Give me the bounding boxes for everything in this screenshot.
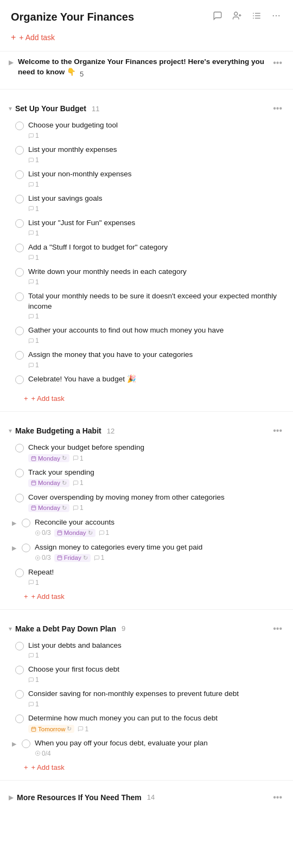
- task-comment-t7: 1: [28, 278, 39, 286]
- task-checkbox-d1[interactable]: [15, 642, 24, 650]
- task-content-t4: List your savings goals 1: [28, 194, 284, 213]
- date-text-h3: Monday: [38, 505, 60, 511]
- task-comment-h1: 1: [73, 455, 84, 462]
- more-icon[interactable]: [270, 10, 282, 24]
- task-item: List your monthly expenses 1: [0, 142, 293, 167]
- task-content-h3: Cover overspending by moving money from …: [28, 493, 284, 512]
- repeat-icon-h5: ↻: [83, 554, 88, 561]
- comment-icon[interactable]: [212, 10, 224, 24]
- add-task-set-up-budget[interactable]: + + Add task: [0, 391, 293, 406]
- more-resources-title: More Resources If You Need Them: [17, 793, 142, 802]
- task-checkbox-h4[interactable]: [22, 519, 30, 527]
- task-comment-d2: 1: [28, 676, 39, 684]
- task-meta-t10: 1: [28, 361, 284, 369]
- task-comment-t4: 1: [28, 205, 39, 213]
- expand-chevron-h5[interactable]: ▶: [12, 545, 17, 552]
- section-chevron-debt[interactable]: ▾: [9, 625, 12, 633]
- svg-point-9: [273, 15, 274, 16]
- svg-rect-34: [58, 556, 62, 560]
- task-meta-t5: 1: [28, 229, 284, 237]
- task-checkbox-h6[interactable]: [15, 569, 24, 577]
- task-item: Gather your accounts to find out how muc…: [0, 323, 293, 347]
- date-text-h1: Monday: [38, 455, 60, 462]
- add-task-debt[interactable]: + + Add task: [0, 760, 293, 775]
- task-checkbox-d3[interactable]: [15, 690, 24, 699]
- task-checkbox-d2[interactable]: [15, 666, 24, 674]
- task-checkbox-t2[interactable]: [15, 146, 24, 155]
- task-checkbox-t5[interactable]: [15, 219, 24, 228]
- task-title-d1: List your debts and balances: [28, 641, 284, 651]
- task-title-h5: Assign money to categories every time yo…: [35, 542, 284, 553]
- task-title-h2: Track your spending: [28, 468, 284, 478]
- section-chevron-set-up-budget[interactable]: ▾: [9, 105, 12, 112]
- section-more-debt[interactable]: •••: [271, 623, 284, 635]
- task-comment-t1: 1: [28, 132, 39, 139]
- section-header-debt-left: ▾ Make a Debt Pay Down Plan 9: [9, 624, 125, 633]
- task-checkbox-t3[interactable]: [15, 170, 24, 179]
- welcome-chevron-icon[interactable]: ▶: [9, 59, 14, 66]
- section-chevron-habit[interactable]: ▾: [9, 427, 12, 435]
- task-meta-d5: 0/4: [35, 750, 284, 757]
- task-title-t4: List your savings goals: [28, 194, 284, 204]
- subtask-h5: 0/3: [35, 554, 51, 561]
- sort-icon[interactable]: [251, 10, 263, 24]
- task-content-t7: Write down your monthly needs in each ca…: [28, 267, 284, 286]
- date-text-h4: Monday: [64, 529, 86, 536]
- svg-rect-12: [31, 456, 36, 461]
- task-checkbox-t9[interactable]: [15, 327, 24, 335]
- more-resources-count: 14: [147, 793, 155, 801]
- task-checkbox-t7[interactable]: [15, 268, 24, 277]
- task-checkbox-t8[interactable]: [15, 292, 24, 301]
- welcome-more-icon[interactable]: •••: [271, 57, 284, 69]
- person-add-icon[interactable]: [231, 10, 243, 24]
- task-checkbox-h1[interactable]: [15, 444, 24, 452]
- task-checkbox-t10[interactable]: [15, 351, 24, 360]
- task-item: List your savings goals 1: [0, 191, 293, 215]
- add-task-top[interactable]: + + Add task: [0, 29, 293, 51]
- expand-chevron-d5[interactable]: ▶: [12, 741, 17, 748]
- task-title-t9: Gather your accounts to find out how muc…: [28, 326, 284, 336]
- welcome-text: Welcome to the Organize Your Finances pr…: [18, 58, 264, 76]
- task-checkbox-t6[interactable]: [15, 244, 24, 252]
- task-checkbox-d4[interactable]: [15, 714, 24, 723]
- task-meta-t6: 1: [28, 254, 284, 261]
- task-checkbox-h2[interactable]: [15, 469, 24, 477]
- section-count-debt: 9: [122, 624, 125, 633]
- task-checkbox-t11[interactable]: [15, 375, 24, 384]
- task-comment-d1: 1: [28, 652, 39, 659]
- more-resources-more-icon[interactable]: •••: [271, 792, 284, 803]
- date-badge-h4: Monday ↻: [54, 529, 95, 537]
- svg-rect-16: [31, 481, 36, 486]
- task-checkbox-d5[interactable]: [22, 739, 30, 748]
- section-more-set-up-budget[interactable]: •••: [271, 103, 284, 114]
- section-count-habit: 12: [107, 427, 114, 435]
- task-title-t5: List your "Just for Fun" expenses: [28, 218, 284, 228]
- task-checkbox-h3[interactable]: [15, 494, 24, 502]
- add-task-habit[interactable]: + + Add task: [0, 589, 293, 604]
- task-title-t2: List your monthly expenses: [28, 145, 284, 155]
- task-item: Determine how much money you can put to …: [0, 711, 293, 736]
- task-meta-h2: Monday ↻ 1: [28, 479, 284, 487]
- repeat-icon-h3: ↻: [62, 505, 67, 512]
- header: Organize Your Finances: [0, 0, 293, 29]
- plus-icon-set-up-budget: +: [24, 394, 28, 403]
- section-more-habit[interactable]: •••: [271, 425, 284, 437]
- task-content-h1: Check your budget before spending Monday…: [28, 443, 284, 462]
- date-text-h2: Monday: [38, 480, 60, 486]
- expand-chevron-h4[interactable]: ▶: [12, 520, 17, 527]
- section-header-set-up-budget: ▾ Set Up Your Budget 11 •••: [0, 99, 293, 118]
- task-content-h4: Reconcile your accounts 0/3 Monday ↻ 1: [35, 518, 284, 537]
- more-resources-chevron[interactable]: ▶: [9, 794, 14, 801]
- task-title-d5: When you pay off your focus debt, evalua…: [35, 738, 284, 749]
- task-content-h6: Repeat! 1: [28, 567, 284, 586]
- task-item: Repeat! 1: [0, 565, 293, 589]
- task-comment-t3: 1: [28, 181, 39, 188]
- section-make-budgeting-habit: ▾ Make Budgeting a Habit 12 ••• Check yo…: [0, 422, 293, 603]
- task-checkbox-h5[interactable]: [22, 544, 30, 552]
- task-checkbox-t4[interactable]: [15, 195, 24, 203]
- date-badge-h1: Monday ↻: [28, 454, 69, 462]
- task-checkbox-t1[interactable]: [15, 122, 24, 130]
- add-task-label-habit: + Add task: [31, 592, 65, 601]
- repeat-icon-d4: ↻: [67, 725, 72, 732]
- section-header-habit-left: ▾ Make Budgeting a Habit 12: [9, 426, 114, 435]
